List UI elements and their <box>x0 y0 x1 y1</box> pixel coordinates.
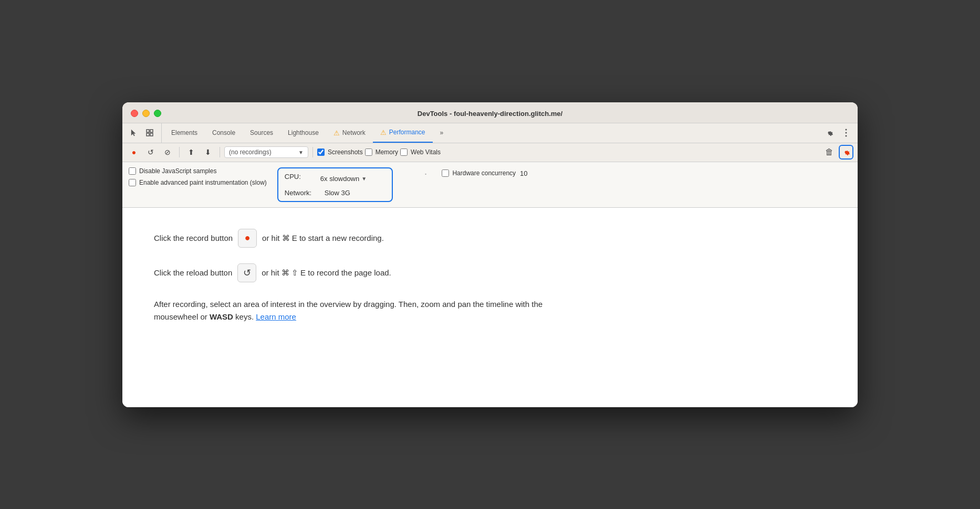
settings-button[interactable] <box>822 125 837 140</box>
disable-js-checkbox[interactable] <box>129 167 136 175</box>
tab-performance[interactable]: ⚠ Performance <box>373 123 433 143</box>
learn-more-link[interactable]: Learn more <box>256 312 296 321</box>
disable-js-label[interactable]: Disable JavaScript samples <box>129 167 267 175</box>
memory-checkbox-label[interactable]: Memory <box>365 149 398 156</box>
enable-paint-label[interactable]: Enable advanced paint instrumentation (s… <box>129 179 267 186</box>
screenshots-checkbox[interactable] <box>317 149 325 156</box>
screenshots-checkbox-label[interactable]: Screenshots <box>317 149 363 156</box>
hw-concurrency-value: 10 <box>520 169 527 177</box>
hw-concurrency-row: · Hardware concurrency 10 <box>424 167 528 179</box>
tab-elements[interactable]: Elements <box>164 123 205 143</box>
devtools-window: DevTools - foul-heavenly-direction.glitc… <box>122 102 858 407</box>
cpu-throttle-row: CPU: 6x slowdown ▼ <box>285 173 385 185</box>
reload-instruction: Click the reload button ↺ or hit ⌘ ⇧ E t… <box>154 263 826 282</box>
web-vitals-checkbox[interactable] <box>400 149 408 156</box>
description-text: After recording, select an area of inter… <box>154 298 574 323</box>
recording-selector[interactable]: (no recordings) ▼ <box>224 146 308 158</box>
maximize-button[interactable] <box>154 110 161 117</box>
record-icon-inline: ● <box>238 229 257 248</box>
recording-dropdown-arrow: ▼ <box>298 150 304 155</box>
cpu-dropdown-arrow: ▼ <box>361 176 367 182</box>
recording-placeholder: (no recordings) <box>229 149 272 156</box>
window-title: DevTools - foul-heavenly-direction.glitc… <box>418 110 562 118</box>
record-suffix-text: or hit ⌘ E to start a new recording. <box>262 234 384 243</box>
tab-bar-right <box>822 123 853 143</box>
traffic-lights <box>131 110 161 117</box>
svg-rect-3 <box>150 133 153 136</box>
svg-point-4 <box>846 129 847 131</box>
inspect-icon[interactable] <box>142 125 157 140</box>
close-button[interactable] <box>131 110 138 117</box>
memory-checkbox[interactable] <box>365 149 372 156</box>
svg-point-5 <box>846 132 847 134</box>
divider-1 <box>179 147 180 157</box>
reload-record-button[interactable]: ↺ <box>143 145 158 160</box>
load-profile-button[interactable]: ⬆ <box>184 145 199 160</box>
settings-panel: Disable JavaScript samples Enable advanc… <box>122 162 858 208</box>
tab-bar: Elements Console Sources Lighthouse ⚠ Ne… <box>122 123 858 143</box>
network-warning-icon: ⚠ <box>333 129 340 137</box>
tab-more[interactable]: » <box>433 123 451 143</box>
tab-network[interactable]: ⚠ Network <box>326 123 373 143</box>
throttling-settings-box: CPU: 6x slowdown ▼ Network: Slow 3G <box>277 167 393 202</box>
cpu-select[interactable]: 6x slowdown ▼ <box>320 175 367 183</box>
wasd-keys: WASD <box>210 312 233 321</box>
tab-list: Elements Console Sources Lighthouse ⚠ Ne… <box>164 123 822 143</box>
title-bar: DevTools - foul-heavenly-direction.glitc… <box>122 102 858 123</box>
tab-sources[interactable]: Sources <box>243 123 280 143</box>
tab-lighthouse[interactable]: Lighthouse <box>280 123 326 143</box>
record-instruction: Click the record button ● or hit ⌘ E to … <box>154 229 826 248</box>
capture-settings-button[interactable] <box>839 145 853 160</box>
reload-suffix-text: or hit ⌘ ⇧ E to record the page load. <box>262 268 391 278</box>
performance-toolbar: ● ↺ ⊘ ⬆ ⬇ (no recordings) ▼ Screenshots … <box>122 143 858 162</box>
tab-console[interactable]: Console <box>205 123 243 143</box>
reload-icon-inline: ↺ <box>237 263 256 282</box>
delete-recordings-button[interactable]: 🗑 <box>822 145 837 160</box>
more-menu-button[interactable] <box>839 125 853 140</box>
record-instruction-text: Click the record button <box>154 234 233 242</box>
save-profile-button[interactable]: ⬇ <box>201 145 215 160</box>
performance-warning-icon: ⚠ <box>380 129 387 136</box>
network-throttle-label: Network: <box>285 189 316 197</box>
hw-concurrency-checkbox[interactable] <box>442 169 449 177</box>
clear-button[interactable]: ⊘ <box>160 145 175 160</box>
minimize-button[interactable] <box>142 110 150 117</box>
keys-suffix: keys. <box>233 312 254 321</box>
record-button[interactable]: ● <box>127 145 141 160</box>
dot-separator: · <box>424 167 428 179</box>
divider-2 <box>220 147 220 157</box>
network-throttle-value: Slow 3G <box>325 189 350 197</box>
devtools-icons <box>127 123 162 143</box>
svg-point-6 <box>846 135 847 137</box>
svg-rect-2 <box>147 133 149 136</box>
network-throttle-row: Network: Slow 3G <box>285 189 385 197</box>
cursor-icon[interactable] <box>127 125 141 140</box>
hw-concurrency-label[interactable]: Hardware concurrency <box>442 169 516 177</box>
cpu-label: CPU: <box>285 173 316 181</box>
settings-checkboxes: Disable JavaScript samples Enable advanc… <box>129 167 267 186</box>
main-content: Click the record button ● or hit ⌘ E to … <box>122 208 858 407</box>
enable-paint-checkbox[interactable] <box>129 179 136 186</box>
web-vitals-checkbox-label[interactable]: Web Vitals <box>400 149 441 156</box>
divider-3 <box>312 147 313 157</box>
svg-rect-1 <box>150 130 153 132</box>
reload-instruction-text: Click the reload button <box>154 268 232 277</box>
svg-rect-0 <box>147 130 149 132</box>
